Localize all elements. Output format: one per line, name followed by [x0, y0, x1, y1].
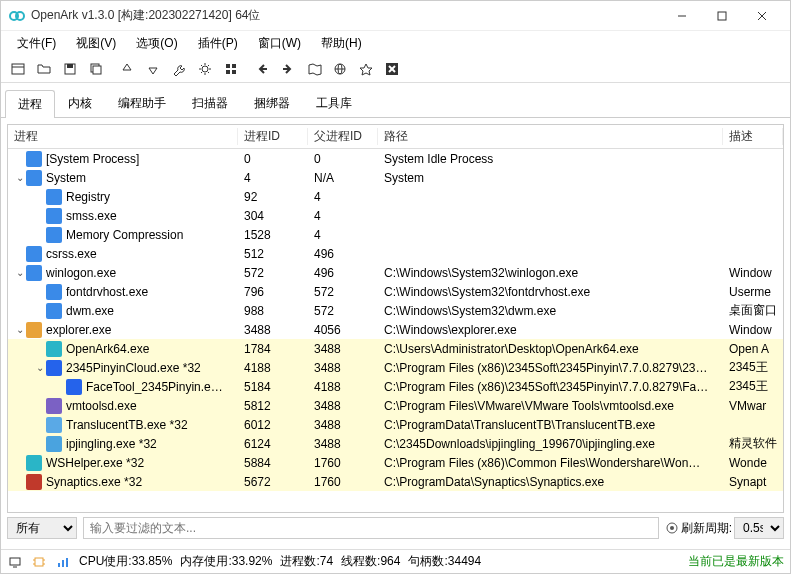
titlebar: OpenArk v1.3.0 [构建:202302271420] 64位: [1, 1, 790, 31]
table-row[interactable]: smss.exe3044: [8, 206, 783, 225]
tool-open-window-icon[interactable]: [7, 58, 29, 80]
cell-pid: 5672: [238, 475, 308, 489]
cell-pid: 6124: [238, 437, 308, 451]
close-button[interactable]: [742, 1, 782, 31]
menu-view[interactable]: 视图(V): [66, 32, 126, 55]
table-body[interactable]: [System Process]00System Idle Process⌄Sy…: [8, 149, 783, 512]
process-icon: [26, 151, 42, 167]
svg-rect-3: [718, 12, 726, 20]
filter-bar: 所有 刷新周期: 0.5s: [7, 513, 784, 543]
filter-input[interactable]: [83, 517, 659, 539]
table-row[interactable]: ⌄explorer.exe34884056C:\Windows\explorer…: [8, 320, 783, 339]
tool-down-icon[interactable]: [142, 58, 164, 80]
tab-process[interactable]: 进程: [5, 90, 55, 118]
col-pid[interactable]: 进程ID: [238, 128, 308, 145]
table-row[interactable]: ipjingling.exe *3261243488C:\2345Downloa…: [8, 434, 783, 453]
menu-options[interactable]: 选项(O): [126, 32, 187, 55]
process-name: 2345PinyinCloud.exe *32: [66, 361, 201, 375]
expander-icon[interactable]: ⌄: [34, 362, 46, 373]
maximize-button[interactable]: [702, 1, 742, 31]
cell-pid: 1528: [238, 228, 308, 242]
status-handles: 句柄数:34494: [408, 553, 481, 570]
table-row[interactable]: fontdrvhost.exe796572C:\Windows\System32…: [8, 282, 783, 301]
col-path[interactable]: 路径: [378, 128, 723, 145]
main-tabs: 进程 内核 编程助手 扫描器 捆绑器 工具库: [1, 83, 790, 118]
process-icon: [66, 379, 82, 395]
tool-forward-icon[interactable]: [277, 58, 299, 80]
process-name: FaceTool_2345Pinyin.e…: [86, 380, 223, 394]
table-row[interactable]: Synaptics.exe *3256721760C:\ProgramData\…: [8, 472, 783, 491]
menu-window[interactable]: 窗口(W): [248, 32, 311, 55]
tab-toolkit[interactable]: 工具库: [303, 89, 365, 117]
table-row[interactable]: ⌄System4N/ASystem: [8, 168, 783, 187]
col-ppid[interactable]: 父进程ID: [308, 128, 378, 145]
process-name: Registry: [66, 190, 110, 204]
table-row[interactable]: WSHelper.exe *3258841760C:\Program Files…: [8, 453, 783, 472]
tool-open-folder-icon[interactable]: [33, 58, 55, 80]
tool-map-icon[interactable]: [303, 58, 325, 80]
table-row[interactable]: OpenArk64.exe17843488C:\Users\Administra…: [8, 339, 783, 358]
table-row[interactable]: dwm.exe988572C:\Windows\System32\dwm.exe…: [8, 301, 783, 320]
tool-target-icon[interactable]: [355, 58, 377, 80]
process-name: winlogon.exe: [46, 266, 116, 280]
refresh-label: 刷新周期:: [681, 520, 732, 537]
cell-ppid: 496: [308, 266, 378, 280]
tool-exit-icon[interactable]: [381, 58, 403, 80]
cell-ppid: 3488: [308, 399, 378, 413]
content-area: 进程 进程ID 父进程ID 路径 描述 [System Process]00Sy…: [1, 118, 790, 549]
tool-up-icon[interactable]: [116, 58, 138, 80]
cell-pid: 4: [238, 171, 308, 185]
target-icon[interactable]: [665, 521, 679, 535]
expander-icon[interactable]: ⌄: [14, 172, 26, 183]
toolbar-separator: [246, 60, 247, 78]
table-row[interactable]: ⌄winlogon.exe572496C:\Windows\System32\w…: [8, 263, 783, 282]
process-icon: [46, 227, 62, 243]
minimize-button[interactable]: [662, 1, 702, 31]
tab-scanner[interactable]: 扫描器: [179, 89, 241, 117]
table-row[interactable]: [System Process]00System Idle Process: [8, 149, 783, 168]
table-row[interactable]: Registry924: [8, 187, 783, 206]
tool-gear-icon[interactable]: [194, 58, 216, 80]
refresh-select[interactable]: 0.5s: [734, 517, 784, 539]
process-icon: [26, 246, 42, 262]
cell-desc: 桌面窗口: [723, 302, 783, 319]
table-row[interactable]: FaceTool_2345Pinyin.e…51844188C:\Program…: [8, 377, 783, 396]
filter-select[interactable]: 所有: [7, 517, 77, 539]
cell-pid: 512: [238, 247, 308, 261]
menu-plugins[interactable]: 插件(P): [188, 32, 248, 55]
status-monitor-icon[interactable]: [7, 554, 23, 570]
col-process[interactable]: 进程: [8, 128, 238, 145]
tab-codehelper[interactable]: 编程助手: [105, 89, 179, 117]
cell-path: C:\Program Files (x86)\Common Files\Wond…: [378, 456, 723, 470]
tool-save-icon[interactable]: [59, 58, 81, 80]
status-bars-icon[interactable]: [55, 554, 71, 570]
process-icon: [26, 265, 42, 281]
expander-icon[interactable]: ⌄: [14, 324, 26, 335]
tab-bundler[interactable]: 捆绑器: [241, 89, 303, 117]
process-name: [System Process]: [46, 152, 139, 166]
status-chip-icon[interactable]: [31, 554, 47, 570]
col-desc[interactable]: 描述: [723, 128, 783, 145]
tool-wrench-icon[interactable]: [168, 58, 190, 80]
process-icon: [26, 322, 42, 338]
cell-ppid: 4: [308, 209, 378, 223]
table-row[interactable]: csrss.exe512496: [8, 244, 783, 263]
table-row[interactable]: Memory Compression15284: [8, 225, 783, 244]
tool-copy-icon[interactable]: [85, 58, 107, 80]
cell-pid: 572: [238, 266, 308, 280]
table-row[interactable]: ⌄2345PinyinCloud.exe *3241883488C:\Progr…: [8, 358, 783, 377]
table-row[interactable]: vmtoolsd.exe58123488C:\Program Files\VMw…: [8, 396, 783, 415]
expander-icon[interactable]: ⌄: [14, 267, 26, 278]
menu-file[interactable]: 文件(F): [7, 32, 66, 55]
tool-grid-icon[interactable]: [220, 58, 242, 80]
cell-ppid: 1760: [308, 475, 378, 489]
tab-kernel[interactable]: 内核: [55, 89, 105, 117]
tool-back-icon[interactable]: [251, 58, 273, 80]
cell-ppid: 3488: [308, 437, 378, 451]
process-name: explorer.exe: [46, 323, 111, 337]
process-name: TranslucentTB.exe *32: [66, 418, 188, 432]
menu-help[interactable]: 帮助(H): [311, 32, 372, 55]
cell-path: C:\Program Files (x86)\2345Soft\2345Piny…: [378, 361, 723, 375]
table-row[interactable]: TranslucentTB.exe *3260123488C:\ProgramD…: [8, 415, 783, 434]
tool-globe-icon[interactable]: [329, 58, 351, 80]
